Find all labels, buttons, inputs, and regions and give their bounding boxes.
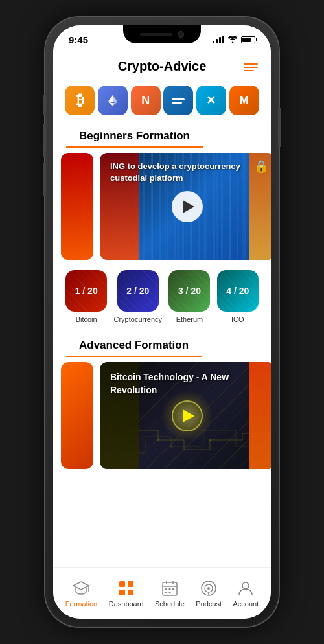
graduation-cap-icon (72, 579, 90, 597)
scroll-spacer (53, 477, 271, 490)
calendar-icon (161, 579, 179, 597)
svg-rect-10 (119, 581, 125, 587)
svg-rect-13 (128, 590, 133, 595)
module-eth-label: Etherum (176, 316, 203, 323)
phone-screen: 9:45 (53, 25, 271, 619)
grid-icon (117, 579, 135, 597)
nav-schedule[interactable]: Schedule (150, 575, 190, 612)
advanced-video-side-right (249, 362, 271, 469)
module-ico-progress: 4 / 20 (226, 286, 249, 296)
advanced-play-button[interactable] (172, 400, 203, 431)
beginners-video-scroll[interactable]: ING to develop a cryptocurrency custodia… (53, 153, 271, 265)
podcast-icon (200, 579, 218, 597)
module-bitcoin[interactable]: 1 / 20 Bitcoin (65, 270, 107, 323)
advanced-video-scroll[interactable]: Bitcoin Technology - A New Revolution (53, 362, 271, 474)
module-cryptocurrency[interactable]: 2 / 20 Cryptocurrency (114, 270, 163, 323)
hamburger-menu-icon[interactable] (244, 63, 258, 71)
module-ico[interactable]: 4 / 20 ICO (217, 270, 259, 323)
play-button[interactable] (172, 191, 203, 222)
menu-line-3 (244, 70, 254, 71)
nav-dashboard[interactable]: Dashboard (104, 575, 149, 612)
module-bitcoin-card[interactable]: 1 / 20 (65, 270, 107, 312)
module-ico-card[interactable]: 4 / 20 (217, 270, 259, 312)
bottom-navigation: Formation Dashboard (53, 567, 271, 619)
svg-point-27 (242, 582, 249, 589)
module-ethereum[interactable]: 3 / 20 Etherum (168, 270, 210, 323)
battery-fill (242, 38, 251, 42)
module-eth-card[interactable]: 3 / 20 (168, 270, 210, 312)
menu-line-1 (244, 63, 258, 65)
dash-icon[interactable] (163, 86, 193, 115)
status-bar: 9:45 (53, 25, 271, 54)
nav-dashboard-label: Dashboard (109, 600, 144, 608)
crypto-icons-row: ₿ N (53, 80, 271, 123)
notch (123, 25, 201, 43)
svg-rect-5 (172, 102, 182, 104)
advanced-section: Advanced Formation (53, 332, 271, 477)
app-header: Crypto-Advice (53, 54, 271, 80)
nav-podcast[interactable]: Podcast (191, 575, 227, 612)
app-content: Crypto-Advice ₿ (53, 54, 271, 619)
bitcoin-icon[interactable]: ₿ (65, 86, 95, 115)
menu-line-2 (244, 67, 258, 68)
modules-row: 1 / 20 Bitcoin 2 / 20 Cryptocurrenc (53, 265, 271, 330)
svg-marker-2 (113, 102, 117, 106)
nav-podcast-label: Podcast (196, 600, 222, 608)
svg-marker-0 (113, 95, 117, 102)
svg-marker-3 (108, 102, 113, 106)
beginners-section-title: Beginners Formation (66, 123, 203, 148)
volume-down-button (43, 163, 46, 196)
advanced-video-background: Bitcoin Technology - A New Revolution (100, 362, 271, 469)
module-ico-label: ICO (231, 316, 244, 323)
module-crypto-card[interactable]: 2 / 20 (117, 270, 159, 312)
phone-frame: 9:45 (0, 0, 324, 644)
beginners-video-card[interactable]: ING to develop a cryptocurrency custodia… (100, 153, 271, 260)
signal-icon (213, 36, 224, 43)
notch-camera (178, 31, 184, 38)
monero-icon[interactable]: M (229, 86, 259, 115)
module-eth-progress: 3 / 20 (178, 286, 201, 296)
nav-formation-label: Formation (65, 600, 98, 608)
svg-point-7 (209, 439, 211, 441)
module-bitcoin-progress: 1 / 20 (75, 286, 98, 296)
module-bitcoin-label: Bitcoin (76, 316, 97, 323)
nav-account[interactable]: Account (228, 575, 264, 612)
play-triangle (183, 200, 194, 213)
svg-rect-21 (165, 592, 167, 593)
svg-rect-19 (168, 588, 170, 590)
svg-rect-12 (119, 590, 125, 595)
svg-marker-1 (108, 95, 113, 102)
advanced-play-triangle (183, 409, 194, 422)
mute-button (43, 95, 46, 115)
phone-outer: 9:45 (45, 17, 279, 627)
video-background: ING to develop a cryptocurrency custodia… (100, 153, 271, 260)
svg-rect-22 (168, 592, 170, 593)
nav-account-label: Account (233, 600, 259, 608)
status-time: 9:45 (69, 34, 88, 45)
ethereum-icon[interactable] (98, 86, 128, 115)
ripple-icon[interactable]: ✕ (196, 86, 226, 115)
svg-rect-4 (172, 98, 185, 100)
notch-speaker (140, 33, 172, 36)
svg-rect-18 (165, 588, 167, 590)
svg-rect-20 (172, 588, 174, 590)
svg-point-8 (170, 445, 172, 448)
volume-up-button (43, 124, 46, 157)
lock-icon: 🔒 (254, 159, 268, 174)
advanced-section-title: Advanced Formation (66, 332, 202, 357)
module-crypto-label: Cryptocurrency (114, 316, 163, 323)
nem-icon[interactable]: N (131, 86, 161, 115)
battery-icon (241, 36, 255, 43)
video-title: ING to develop a cryptocurrency custodia… (110, 161, 244, 184)
module-crypto-progress: 2 / 20 (126, 286, 149, 296)
svg-rect-11 (128, 581, 133, 587)
nav-formation[interactable]: Formation (60, 575, 103, 612)
advanced-video-card[interactable]: Bitcoin Technology - A New Revolution (100, 362, 271, 469)
svg-point-25 (207, 587, 210, 590)
beginners-section: Beginners Formation (53, 123, 271, 332)
nav-schedule-label: Schedule (155, 600, 185, 608)
app-title: Crypto-Advice (118, 59, 207, 74)
main-scroll-content[interactable]: Beginners Formation (53, 123, 271, 567)
power-button (278, 108, 281, 147)
wifi-icon (227, 35, 238, 45)
